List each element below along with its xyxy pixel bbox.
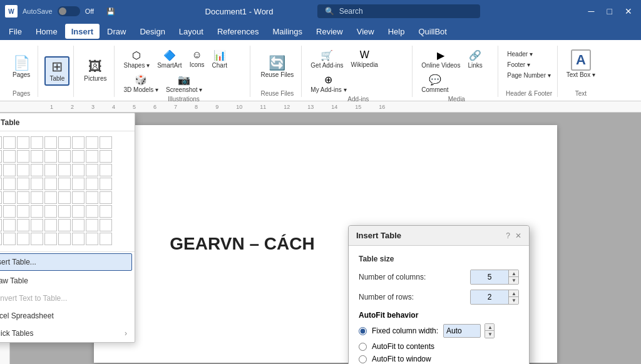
table-grid-cell[interactable] bbox=[31, 164, 43, 176]
table-grid-cell[interactable] bbox=[100, 191, 112, 204]
table-grid-cell[interactable] bbox=[72, 164, 85, 176]
table-grid-cell[interactable] bbox=[3, 178, 16, 190]
table-grid-cell[interactable] bbox=[17, 219, 29, 231]
rows-down[interactable]: ▼ bbox=[509, 297, 519, 304]
table-grid-cell[interactable] bbox=[17, 191, 29, 204]
ribbon-header-button[interactable]: Header ▾ bbox=[505, 49, 535, 59]
table-grid-cell[interactable] bbox=[31, 233, 43, 245]
ribbon-comment-button[interactable]: 💬 Comment bbox=[419, 73, 451, 94]
autofit-spinner[interactable]: ▲ ▼ bbox=[443, 323, 495, 338]
table-grid-cell[interactable] bbox=[100, 219, 112, 231]
table-grid-cell[interactable] bbox=[72, 219, 85, 231]
table-grid-cell[interactable] bbox=[100, 233, 112, 245]
ribbon-pagenumber-button[interactable]: Page Number ▾ bbox=[505, 71, 553, 80]
table-grid-cell[interactable] bbox=[31, 219, 43, 231]
minimize-button[interactable]: ─ bbox=[585, 6, 598, 16]
menu-quillbot[interactable]: QuillBot bbox=[412, 24, 453, 39]
table-grid-cell[interactable] bbox=[31, 178, 43, 190]
table-grid-cell[interactable] bbox=[0, 150, 2, 163]
table-grid-cell[interactable] bbox=[44, 136, 57, 149]
table-grid-cell[interactable] bbox=[44, 205, 57, 218]
ribbon-icons-button[interactable]: ☺ Icons bbox=[187, 48, 207, 69]
menu-layout[interactable]: Layout bbox=[173, 24, 210, 39]
menu-draw-table[interactable]: ✏ Draw Table bbox=[0, 272, 135, 290]
menu-design[interactable]: Design bbox=[133, 24, 171, 39]
ribbon-getaddins-button[interactable]: 🛒 Get Add-ins bbox=[308, 48, 346, 70]
autofit-window-radio[interactable] bbox=[359, 355, 367, 363]
table-grid-cell[interactable] bbox=[58, 233, 71, 245]
table-grid-cell[interactable] bbox=[44, 233, 57, 245]
table-grid-cell[interactable] bbox=[17, 233, 29, 245]
ribbon-pictures-button[interactable]: 🖼 Pictures bbox=[80, 58, 110, 84]
menu-excel-spreadsheet[interactable]: ⊞ Excel Spreadsheet bbox=[0, 307, 135, 325]
ribbon-onlinevideos-button[interactable]: ▶ Online Videos bbox=[419, 48, 463, 70]
columns-spinner[interactable]: ▲ ▼ bbox=[470, 270, 519, 285]
table-grid-cell[interactable] bbox=[72, 136, 85, 149]
dialog-help-icon[interactable]: ? bbox=[506, 231, 510, 240]
menu-help[interactable]: Help bbox=[382, 24, 411, 39]
table-grid-cell[interactable] bbox=[17, 178, 29, 190]
table-grid-cell[interactable] bbox=[86, 219, 98, 231]
table-grid-cell[interactable] bbox=[3, 191, 16, 204]
ribbon-wikipedia-button[interactable]: W Wikipedia bbox=[349, 48, 381, 69]
ribbon-smartart-button[interactable]: 🔷 SmartArt bbox=[155, 48, 184, 70]
table-grid-cell[interactable] bbox=[17, 164, 29, 176]
table-grid-cell[interactable] bbox=[100, 178, 112, 190]
table-grid-cell[interactable] bbox=[86, 164, 98, 176]
table-grid-cell[interactable] bbox=[100, 136, 112, 149]
menu-file[interactable]: File bbox=[3, 24, 28, 39]
table-grid-cell[interactable] bbox=[0, 191, 2, 204]
table-grid-cell[interactable] bbox=[86, 233, 98, 245]
table-grid-cell[interactable] bbox=[0, 233, 2, 245]
table-grid-cell[interactable] bbox=[86, 136, 98, 149]
autofit-up[interactable]: ▲ bbox=[485, 324, 495, 331]
ribbon-links-button[interactable]: 🔗 Links bbox=[465, 48, 485, 70]
table-grid-cell[interactable] bbox=[0, 136, 2, 149]
autosave-toggle[interactable] bbox=[58, 6, 80, 16]
menu-insert-table[interactable]: ⊞ Insert Table... bbox=[0, 253, 132, 271]
close-button[interactable]: ✕ bbox=[621, 6, 636, 16]
table-grid-cell[interactable] bbox=[44, 150, 57, 163]
ribbon-reusefiles-button[interactable]: 🔄 Reuse Files bbox=[257, 54, 297, 81]
fixed-column-radio[interactable] bbox=[359, 327, 367, 335]
menu-quick-tables[interactable]: ⊞ Quick Tables › bbox=[0, 325, 135, 342]
table-grid-cell[interactable] bbox=[72, 191, 85, 204]
table-grid-cell[interactable] bbox=[0, 178, 2, 190]
columns-up[interactable]: ▲ bbox=[509, 270, 519, 277]
ribbon-shapes-button[interactable]: ⬡ Shapes ▾ bbox=[121, 48, 152, 70]
rows-up[interactable]: ▲ bbox=[509, 290, 519, 297]
table-grid-cell[interactable] bbox=[3, 233, 16, 245]
table-grid-cell[interactable] bbox=[58, 136, 71, 149]
table-grid-cell[interactable] bbox=[31, 136, 43, 149]
table-grid-cell[interactable] bbox=[31, 205, 43, 218]
table-grid-cell[interactable] bbox=[31, 150, 43, 163]
table-grid-cell[interactable] bbox=[58, 219, 71, 231]
dialog-close-icon[interactable]: ✕ bbox=[515, 231, 521, 240]
table-grid-cell[interactable] bbox=[44, 178, 57, 190]
table-grid-cell[interactable] bbox=[58, 164, 71, 176]
table-grid-cell[interactable] bbox=[72, 150, 85, 163]
table-grid-cell[interactable] bbox=[3, 150, 16, 163]
rows-spinner[interactable]: ▲ ▼ bbox=[470, 290, 519, 305]
table-grid-cell[interactable] bbox=[58, 150, 71, 163]
table-grid-cell[interactable] bbox=[3, 219, 16, 231]
table-grid-cell[interactable] bbox=[44, 191, 57, 204]
table-grid-cell[interactable] bbox=[31, 191, 43, 204]
ribbon-table-button[interactable]: ⊞ Table bbox=[44, 56, 69, 86]
ribbon-footer-button[interactable]: Footer ▾ bbox=[505, 60, 533, 69]
menu-draw[interactable]: Draw bbox=[101, 24, 132, 39]
menu-mailings[interactable]: Mailings bbox=[266, 24, 309, 39]
ribbon-3dmodels-button[interactable]: 🎲 3D Models ▾ bbox=[121, 73, 161, 94]
menu-home[interactable]: Home bbox=[29, 24, 64, 39]
table-grid-cell[interactable] bbox=[86, 178, 98, 190]
menu-references[interactable]: References bbox=[211, 24, 265, 39]
menu-insert[interactable]: Insert bbox=[65, 24, 100, 39]
columns-input[interactable] bbox=[471, 270, 508, 284]
table-grid-cell[interactable] bbox=[58, 178, 71, 190]
columns-down[interactable]: ▼ bbox=[509, 277, 519, 284]
table-grid-cell[interactable] bbox=[0, 219, 2, 231]
table-grid-cell[interactable] bbox=[17, 136, 29, 149]
table-grid-cell[interactable] bbox=[17, 150, 29, 163]
table-grid-cell[interactable] bbox=[86, 191, 98, 204]
table-grid-cell[interactable] bbox=[58, 191, 71, 204]
